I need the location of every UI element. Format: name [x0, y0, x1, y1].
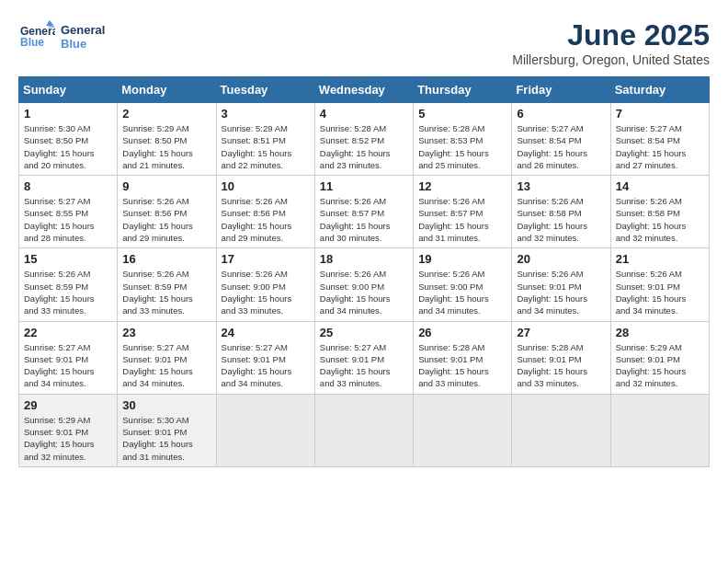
- calendar-cell: 10Sunrise: 5:26 AM Sunset: 8:56 PM Dayli…: [216, 176, 314, 248]
- day-number: 25: [320, 326, 408, 339]
- day-info: Sunrise: 5:26 AM Sunset: 8:58 PM Dayligh…: [517, 195, 605, 244]
- day-info: Sunrise: 5:29 AM Sunset: 8:51 PM Dayligh…: [222, 122, 310, 171]
- day-number: 3: [222, 107, 310, 121]
- calendar-cell: 25Sunrise: 5:27 AM Sunset: 9:01 PM Dayli…: [314, 321, 413, 394]
- calendar-cell: 15Sunrise: 5:26 AM Sunset: 8:59 PM Dayli…: [19, 248, 118, 321]
- day-number: 22: [24, 326, 112, 339]
- day-info: Sunrise: 5:26 AM Sunset: 8:56 PM Dayligh…: [122, 195, 210, 244]
- day-info: Sunrise: 5:29 AM Sunset: 9:01 PM Dayligh…: [24, 414, 112, 463]
- weekday-header-wednesday: Wednesday: [314, 77, 413, 103]
- calendar-cell: 6Sunrise: 5:27 AM Sunset: 8:54 PM Daylig…: [512, 103, 610, 176]
- day-number: 6: [517, 107, 605, 121]
- day-info: Sunrise: 5:27 AM Sunset: 8:55 PM Dayligh…: [24, 195, 112, 244]
- day-info: Sunrise: 5:26 AM Sunset: 9:01 PM Dayligh…: [517, 268, 605, 316]
- day-number: 5: [418, 107, 506, 121]
- day-number: 19: [418, 252, 506, 266]
- day-number: 4: [320, 107, 408, 121]
- weekday-header-monday: Monday: [118, 77, 216, 103]
- day-number: 20: [517, 252, 605, 266]
- day-number: 16: [122, 252, 210, 266]
- day-number: 11: [320, 179, 408, 193]
- calendar-cell: 27Sunrise: 5:28 AM Sunset: 9:01 PM Dayli…: [512, 321, 610, 394]
- day-number: 8: [24, 179, 112, 193]
- calendar-cell: 7Sunrise: 5:27 AM Sunset: 8:54 PM Daylig…: [610, 103, 709, 176]
- day-info: Sunrise: 5:29 AM Sunset: 8:50 PM Dayligh…: [122, 122, 210, 171]
- calendar-cell: 16Sunrise: 5:26 AM Sunset: 8:59 PM Dayli…: [118, 248, 216, 321]
- weekday-header-sunday: Sunday: [19, 77, 118, 103]
- calendar-cell: 13Sunrise: 5:26 AM Sunset: 8:58 PM Dayli…: [512, 176, 610, 248]
- day-number: 28: [616, 326, 704, 339]
- svg-text:Blue: Blue: [20, 36, 44, 49]
- day-info: Sunrise: 5:27 AM Sunset: 8:54 PM Dayligh…: [517, 122, 605, 171]
- calendar-cell: 11Sunrise: 5:26 AM Sunset: 8:57 PM Dayli…: [314, 176, 413, 248]
- day-number: 24: [222, 326, 310, 339]
- calendar-table: SundayMondayTuesdayWednesdayThursdayFrid…: [18, 76, 710, 467]
- weekday-header-row: SundayMondayTuesdayWednesdayThursdayFrid…: [19, 77, 710, 103]
- day-info: Sunrise: 5:26 AM Sunset: 8:56 PM Dayligh…: [222, 195, 310, 244]
- day-info: Sunrise: 5:28 AM Sunset: 8:52 PM Dayligh…: [320, 122, 408, 171]
- weekday-header-saturday: Saturday: [610, 77, 709, 103]
- weekday-header-tuesday: Tuesday: [216, 77, 314, 103]
- day-info: Sunrise: 5:27 AM Sunset: 9:01 PM Dayligh…: [320, 341, 408, 390]
- day-number: 29: [24, 398, 112, 412]
- day-number: 30: [122, 398, 210, 412]
- calendar-cell: 1Sunrise: 5:30 AM Sunset: 8:50 PM Daylig…: [19, 103, 118, 176]
- weekday-header-friday: Friday: [512, 77, 610, 103]
- day-info: Sunrise: 5:26 AM Sunset: 8:59 PM Dayligh…: [24, 268, 112, 316]
- day-number: 14: [616, 179, 704, 193]
- day-number: 27: [517, 326, 605, 339]
- week-row-1: 1Sunrise: 5:30 AM Sunset: 8:50 PM Daylig…: [19, 103, 710, 176]
- day-number: 15: [24, 252, 112, 266]
- calendar-cell: 24Sunrise: 5:27 AM Sunset: 9:01 PM Dayli…: [216, 321, 314, 394]
- day-number: 10: [222, 179, 310, 193]
- day-info: Sunrise: 5:29 AM Sunset: 9:01 PM Dayligh…: [616, 341, 704, 390]
- day-number: 12: [418, 179, 506, 193]
- calendar-cell: 9Sunrise: 5:26 AM Sunset: 8:56 PM Daylig…: [118, 176, 216, 248]
- day-number: 13: [517, 179, 605, 193]
- month-title: June 2025: [512, 18, 710, 52]
- day-info: Sunrise: 5:26 AM Sunset: 9:00 PM Dayligh…: [222, 268, 310, 316]
- day-number: 7: [616, 107, 704, 121]
- weekday-header-thursday: Thursday: [414, 77, 512, 103]
- calendar-cell: 22Sunrise: 5:27 AM Sunset: 9:01 PM Dayli…: [19, 321, 118, 394]
- day-info: Sunrise: 5:30 AM Sunset: 8:50 PM Dayligh…: [24, 122, 112, 171]
- day-number: 9: [122, 179, 210, 193]
- day-info: Sunrise: 5:26 AM Sunset: 9:00 PM Dayligh…: [320, 268, 408, 316]
- day-info: Sunrise: 5:28 AM Sunset: 9:01 PM Dayligh…: [517, 341, 605, 390]
- day-info: Sunrise: 5:26 AM Sunset: 9:01 PM Dayligh…: [616, 268, 704, 316]
- calendar-cell: [216, 394, 314, 466]
- day-number: 18: [320, 252, 408, 266]
- title-block: June 2025 Millersburg, Oregon, United St…: [512, 18, 710, 67]
- day-info: Sunrise: 5:26 AM Sunset: 9:00 PM Dayligh…: [418, 268, 506, 316]
- day-info: Sunrise: 5:27 AM Sunset: 9:01 PM Dayligh…: [24, 341, 112, 390]
- calendar-cell: 3Sunrise: 5:29 AM Sunset: 8:51 PM Daylig…: [216, 103, 314, 176]
- day-number: 21: [616, 252, 704, 266]
- logo: General Blue General Blue: [18, 18, 105, 55]
- calendar-cell: 29Sunrise: 5:29 AM Sunset: 9:01 PM Dayli…: [19, 394, 118, 466]
- calendar-cell: [414, 394, 512, 466]
- calendar-cell: 23Sunrise: 5:27 AM Sunset: 9:01 PM Dayli…: [118, 321, 216, 394]
- calendar-cell: 14Sunrise: 5:26 AM Sunset: 8:58 PM Dayli…: [610, 176, 709, 248]
- day-number: 2: [122, 107, 210, 121]
- calendar-cell: 8Sunrise: 5:27 AM Sunset: 8:55 PM Daylig…: [19, 176, 118, 248]
- day-info: Sunrise: 5:26 AM Sunset: 8:57 PM Dayligh…: [320, 195, 408, 244]
- calendar-cell: 19Sunrise: 5:26 AM Sunset: 9:00 PM Dayli…: [414, 248, 512, 321]
- day-info: Sunrise: 5:28 AM Sunset: 8:53 PM Dayligh…: [418, 122, 506, 171]
- week-row-2: 8Sunrise: 5:27 AM Sunset: 8:55 PM Daylig…: [19, 176, 710, 248]
- calendar-cell: [314, 394, 413, 466]
- calendar-cell: 20Sunrise: 5:26 AM Sunset: 9:01 PM Dayli…: [512, 248, 610, 321]
- calendar-cell: 18Sunrise: 5:26 AM Sunset: 9:00 PM Dayli…: [314, 248, 413, 321]
- week-row-3: 15Sunrise: 5:26 AM Sunset: 8:59 PM Dayli…: [19, 248, 710, 321]
- day-info: Sunrise: 5:27 AM Sunset: 9:01 PM Dayligh…: [122, 341, 210, 390]
- day-info: Sunrise: 5:26 AM Sunset: 8:58 PM Dayligh…: [616, 195, 704, 244]
- day-info: Sunrise: 5:27 AM Sunset: 8:54 PM Dayligh…: [616, 122, 704, 171]
- day-info: Sunrise: 5:26 AM Sunset: 8:57 PM Dayligh…: [418, 195, 506, 244]
- logo-blue: Blue: [61, 37, 105, 51]
- calendar-cell: 26Sunrise: 5:28 AM Sunset: 9:01 PM Dayli…: [414, 321, 512, 394]
- day-info: Sunrise: 5:30 AM Sunset: 9:01 PM Dayligh…: [122, 414, 210, 463]
- page-header: General Blue General Blue June 2025 Mill…: [18, 18, 710, 67]
- calendar-cell: 28Sunrise: 5:29 AM Sunset: 9:01 PM Dayli…: [610, 321, 709, 394]
- calendar-cell: 5Sunrise: 5:28 AM Sunset: 8:53 PM Daylig…: [414, 103, 512, 176]
- day-info: Sunrise: 5:26 AM Sunset: 8:59 PM Dayligh…: [122, 268, 210, 316]
- day-number: 23: [122, 326, 210, 339]
